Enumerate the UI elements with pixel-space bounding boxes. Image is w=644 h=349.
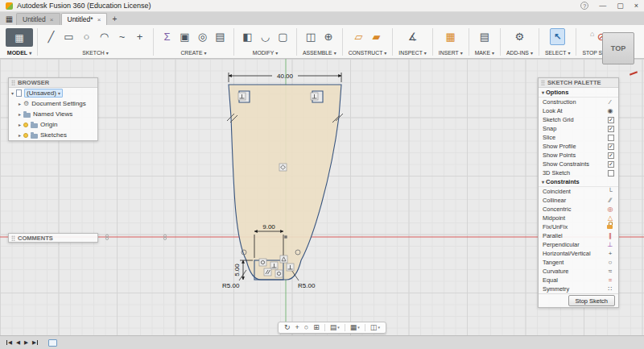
display-settings-icon[interactable]: ▤ — [330, 324, 340, 331]
option-snap[interactable]: Snap — [539, 124, 618, 133]
option-show-points[interactable]: Show Points — [539, 151, 618, 160]
constraint-fix-unfix[interactable]: Fix/UnFix — [539, 222, 618, 231]
modify-menu-label[interactable]: MODIFY — [240, 50, 291, 56]
sketch-arc-icon[interactable]: ◠ — [97, 28, 112, 45]
expand-arrow-icon[interactable] — [19, 131, 21, 139]
view-cube[interactable]: ⌂ TOP — [599, 32, 634, 68]
show-profile-checkbox[interactable] — [608, 143, 614, 150]
show-constraints-checkbox[interactable] — [608, 161, 614, 168]
timeline-go-to-end-button[interactable]: ▶ — [32, 339, 39, 346]
3d-sketch-checkbox[interactable] — [608, 170, 614, 177]
construction-icon[interactable]: ⁄ — [606, 99, 614, 106]
stop-sketch-button[interactable]: Stop Sketch — [568, 295, 615, 306]
sketch-circle-icon[interactable]: ○ — [79, 28, 94, 45]
timeline-play-button[interactable]: ▶ — [24, 339, 28, 346]
create-pattern-icon[interactable]: ▤ — [213, 28, 228, 45]
new-component-icon[interactable]: ◫ — [303, 28, 318, 45]
insert-menu-label[interactable]: INSERT — [439, 50, 463, 56]
orbit-icon[interactable]: ↻ — [284, 324, 291, 331]
press-pull-icon[interactable]: ◧ — [240, 28, 255, 45]
browser-item-named-views[interactable]: Named Views — [9, 109, 97, 119]
tab-untitled[interactable]: Untitled × — [16, 13, 60, 25]
sketch-menu-label[interactable]: SKETCH — [43, 50, 147, 56]
make-menu-label[interactable]: MAKE — [475, 50, 494, 56]
show-points-checkbox[interactable] — [608, 152, 614, 159]
browser-item-origin[interactable]: Origin — [9, 119, 97, 130]
constraint-midpoint[interactable]: Midpoint △ — [539, 214, 618, 222]
option-sketch-grid[interactable]: Sketch Grid — [539, 115, 618, 124]
sketch-grid-checkbox[interactable] — [608, 117, 614, 123]
slice-checkbox[interactable] — [608, 135, 614, 141]
create-form-icon[interactable]: Σ — [159, 28, 175, 45]
dimension-inner-width-text[interactable]: 9.00 — [262, 223, 275, 231]
construct-menu-label[interactable]: CONSTRUCT — [349, 50, 387, 56]
create-box-icon[interactable]: ▣ — [177, 28, 192, 45]
browser-root-label[interactable]: (Unsaved) — [24, 89, 63, 98]
constraint-symmetry[interactable]: Symmetry ∷ — [539, 285, 618, 293]
home-view-icon[interactable]: ⌂ — [590, 30, 594, 38]
shell-icon[interactable]: ▢ — [275, 28, 291, 45]
offset-plane-icon[interactable]: ▱ — [351, 28, 366, 45]
constraint-horizontal-vertical[interactable]: Horizontal/Vertical + — [539, 249, 618, 258]
timeline-go-to-start-button[interactable]: ◀ — [6, 339, 12, 346]
sketch-line-icon[interactable]: ╱ — [43, 28, 59, 45]
sketch-rectangle-icon[interactable]: ▭ — [61, 28, 76, 45]
midplane-icon[interactable]: ▰ — [369, 28, 384, 45]
close-button[interactable]: × — [634, 2, 638, 10]
browser-item-document-settings[interactable]: ⚙ Document Settings — [9, 98, 97, 109]
radius-right-text[interactable]: R5.00 — [298, 282, 316, 289]
constraint-tangent[interactable]: Tangent ○ — [539, 258, 618, 267]
constraint-collinear[interactable]: Collinear ∕∕ — [539, 196, 618, 205]
create-menu-label[interactable]: CREATE — [159, 50, 228, 56]
constraint-coincident[interactable]: Coincident └ — [539, 187, 618, 196]
constraint-parallel[interactable]: Parallel ∥ — [539, 231, 618, 240]
option-show-constraints[interactable]: Show Constraints — [539, 160, 618, 168]
timeline-step-back-button[interactable]: ◀ — [16, 339, 20, 346]
scripts-addins-icon[interactable]: ⚙ — [512, 28, 527, 45]
joint-icon[interactable]: ⊕ — [320, 28, 336, 45]
snap-checkbox[interactable] — [608, 126, 614, 132]
pan-icon[interactable]: + — [295, 324, 299, 331]
fit-icon[interactable]: ⊞ — [313, 324, 320, 331]
options-section-header[interactable]: Options — [539, 88, 618, 98]
tab-close-icon[interactable]: × — [97, 16, 101, 23]
make-3d-print-icon[interactable]: ▤ — [477, 28, 492, 45]
create-revolve-icon[interactable]: ◎ — [195, 28, 210, 45]
constraint-equal[interactable]: Equal = — [539, 276, 618, 285]
constraint-curvature[interactable]: Curvature ≈ — [539, 267, 618, 276]
addins-menu-label[interactable]: ADD-INS — [506, 50, 533, 56]
inspect-menu-label[interactable]: INSPECT — [398, 50, 426, 56]
fillet-icon[interactable]: ◡ — [258, 28, 273, 45]
expand-arrow-icon[interactable] — [19, 110, 21, 118]
radius-left-text[interactable]: R5.00 — [222, 282, 240, 289]
help-icon[interactable]: ? — [580, 2, 588, 10]
dimension-width-text[interactable]: 40.00 — [277, 73, 294, 80]
browser-item-sketches[interactable]: Sketches — [9, 130, 97, 140]
grid-and-snaps-icon[interactable]: ▦ — [350, 324, 360, 331]
sketch-point-icon[interactable]: + — [132, 28, 147, 45]
constraints-section-header[interactable]: Constraints — [539, 177, 618, 187]
constraint-concentric[interactable]: Concentric ◎ — [539, 205, 618, 214]
option-construction[interactable]: Construction ⁄ — [539, 98, 618, 106]
model-canvas[interactable]: 40.00 9.00 5.00 R5.00 R5.00 — [0, 59, 644, 335]
look-at-icon[interactable]: ◉ — [606, 108, 614, 114]
view-cube-top-face[interactable]: TOP — [602, 32, 634, 64]
browser-item-root[interactable]: (Unsaved) — [9, 88, 97, 98]
option-show-profile[interactable]: Show Profile — [539, 142, 618, 151]
insert-image-icon[interactable]: ▦ — [443, 28, 458, 45]
data-panel-toggle-icon[interactable]: ▦ — [2, 13, 16, 25]
new-tab-button[interactable]: + — [108, 13, 121, 25]
constraint-perpendicular[interactable]: Perpendicular ⊥ — [539, 240, 618, 249]
option-look-at[interactable]: Look At ◉ — [539, 106, 618, 115]
browser-header[interactable]: BROWSER — [9, 78, 97, 88]
select-menu-label[interactable]: SELECT — [545, 50, 570, 56]
measure-icon[interactable]: ∡ — [405, 28, 420, 45]
maximize-button[interactable]: ▢ — [617, 2, 624, 10]
visibility-bulb-icon[interactable] — [23, 133, 28, 138]
dimension-inner-height-text[interactable]: 5.00 — [233, 264, 241, 276]
viewports-icon[interactable]: ◫ — [370, 324, 380, 331]
sketch-palette-header[interactable]: SKETCH PALETTE — [539, 78, 618, 88]
workspace-selector[interactable]: ▦ MODEL — [3, 26, 35, 58]
option-3d-sketch[interactable]: 3D Sketch — [539, 168, 618, 177]
origin-point[interactable] — [284, 235, 287, 238]
